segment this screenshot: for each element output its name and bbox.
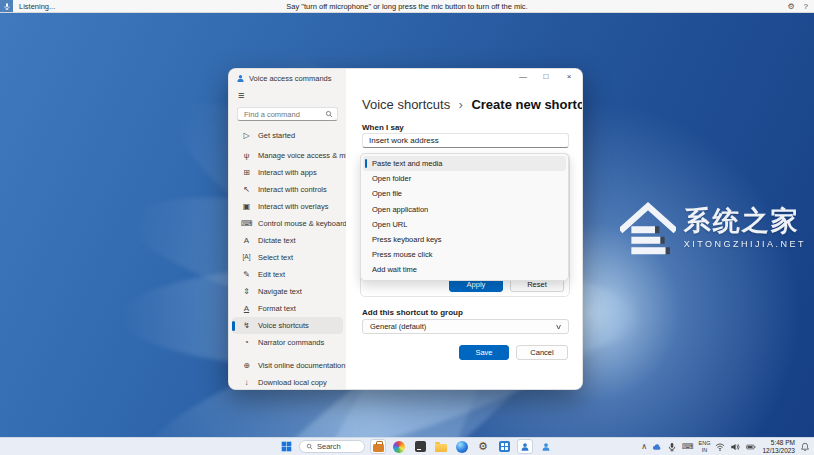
sidebar-item-interact-with-controls[interactable]: ↖ Interact with controls xyxy=(232,181,343,198)
sidebar-item-label: Visit online documentation xyxy=(258,361,345,370)
sidebar-item-label: Interact with overlays xyxy=(258,202,328,211)
window-titlebar: Voice access commands xyxy=(229,69,346,83)
sidebar-item-label: Control mouse & keyboard xyxy=(258,219,347,228)
sidebar-nav: ▷ Get started ψ Manage voice access & mi… xyxy=(229,127,346,390)
option-open-application[interactable]: Open application xyxy=(363,202,566,217)
taskbar-search[interactable]: Search xyxy=(299,440,365,453)
cursor-icon: ↖ xyxy=(241,186,252,194)
get-started-icon: ▷ xyxy=(241,132,252,140)
watermark-site: XITONGZHIJIA.NET xyxy=(684,239,806,249)
voice-access-listening-bar: Listening... Say "turn off microphone" o… xyxy=(0,0,814,13)
search-icon xyxy=(306,443,313,450)
hamburger-menu-icon[interactable]: ≡ xyxy=(238,90,346,101)
search-input[interactable] xyxy=(242,109,325,120)
language-top: ENG xyxy=(699,440,711,446)
sidebar-item-navigate-text[interactable]: ⇕ Navigate text xyxy=(232,283,343,300)
taskbar-app-photos[interactable] xyxy=(391,439,407,454)
watermark-title: 系统之家 xyxy=(684,207,806,237)
listening-hint: Say "turn off microphone" or long press … xyxy=(0,2,814,11)
sidebar-item-label: Interact with apps xyxy=(258,168,317,177)
taskbar-app-accessibility[interactable] xyxy=(538,439,554,454)
volume-icon[interactable] xyxy=(730,442,740,452)
taskbar: Search ⚙ ∧ ⌨ ENG IN xyxy=(0,437,814,455)
tray-chevron-up-icon[interactable]: ∧ xyxy=(641,443,647,451)
voice-settings-icon[interactable]: ⚙ xyxy=(787,2,794,11)
when-i-say-input[interactable] xyxy=(362,133,569,148)
wifi-icon[interactable] xyxy=(715,442,725,452)
taskbar-app-briefcase[interactable] xyxy=(370,439,386,454)
globe-icon: ⊕ xyxy=(241,362,252,370)
option-paste-text-and-media[interactable]: Paste text and media xyxy=(363,156,566,171)
sidebar-item-manage-voice-access[interactable]: ψ Manage voice access & mic xyxy=(232,147,343,164)
format-text-icon: A xyxy=(241,305,252,313)
option-press-keyboard-keys[interactable]: Press keyboard keys xyxy=(363,232,566,247)
photos-pinwheel-icon xyxy=(393,441,405,453)
xitongzhijia-logo-icon xyxy=(620,200,676,256)
apps-grid-icon: ⊞ xyxy=(241,169,252,177)
tray-mic-icon[interactable] xyxy=(667,442,677,452)
save-button[interactable]: Save xyxy=(459,345,509,360)
sidebar-item-format-text[interactable]: A Format text xyxy=(232,300,343,317)
voice-help-icon[interactable]: ? xyxy=(804,2,808,11)
voice-access-commands-window: Voice access commands ≡ ▷ Get started ψ … xyxy=(228,68,583,390)
option-press-mouse-click[interactable]: Press mouse click xyxy=(363,247,566,262)
taskbar-app-edge[interactable] xyxy=(454,439,470,454)
command-search-box[interactable] xyxy=(237,107,338,121)
sidebar-item-control-mouse-keyboard[interactable]: ⌨ Control mouse & keyboard xyxy=(232,215,343,232)
onedrive-cloud-icon[interactable] xyxy=(652,442,662,452)
sidebar-item-dictate-text[interactable]: A Dictate text xyxy=(232,232,343,249)
breadcrumb-voice-shortcuts[interactable]: Voice shortcuts xyxy=(362,97,450,112)
taskbar-app-settings[interactable]: ⚙ xyxy=(475,439,491,454)
sidebar-item-label: Manage voice access & mic xyxy=(258,151,351,160)
minimize-button[interactable]: — xyxy=(518,72,528,81)
sidebar-item-voice-shortcuts[interactable]: ↯ Voice shortcuts xyxy=(232,317,343,334)
page-title: Create new shortcut xyxy=(471,97,583,112)
option-open-folder[interactable]: Open folder xyxy=(363,171,566,186)
option-open-file[interactable]: Open file xyxy=(363,186,566,201)
touch-keyboard-icon[interactable]: ⌨ xyxy=(682,443,694,451)
language-indicator[interactable]: ENG IN xyxy=(699,440,711,452)
sidebar-item-label: Navigate text xyxy=(258,287,302,296)
windows-logo-icon xyxy=(281,441,292,452)
taskbar-app-terminal[interactable] xyxy=(412,439,428,454)
option-add-wait-time[interactable]: Add wait time xyxy=(363,262,566,277)
sidebar-item-label: Edit text xyxy=(258,270,285,279)
sidebar-item-edit-text[interactable]: ✎ Edit text xyxy=(232,266,343,283)
sidebar-item-label: Get started xyxy=(258,131,295,140)
taskbar-app-voice-access[interactable] xyxy=(517,439,533,454)
sidebar-item-online-documentation[interactable]: ⊕ Visit online documentation xyxy=(232,357,343,374)
sidebar-item-select-text[interactable]: [A] Select text xyxy=(232,249,343,266)
window-controls: — □ × xyxy=(518,72,574,81)
sidebar-item-interact-with-apps[interactable]: ⊞ Interact with apps xyxy=(232,164,343,181)
dark-app-icon xyxy=(415,441,426,452)
sidebar-item-narrator-commands[interactable]: ◔ Narrator commands xyxy=(232,334,343,351)
sidebar-item-download-local-copy[interactable]: ↓ Download local copy xyxy=(232,374,343,390)
close-button[interactable]: × xyxy=(564,72,574,81)
sidebar-item-get-started[interactable]: ▷ Get started xyxy=(232,127,343,144)
overlay-icon: ▣ xyxy=(241,203,252,211)
sidebar-item-label: Interact with controls xyxy=(258,185,327,194)
group-label: Add this shortcut to group xyxy=(362,308,463,317)
battery-icon[interactable] xyxy=(745,442,757,452)
taskbar-app-store[interactable] xyxy=(496,439,512,454)
group-select[interactable]: General (default) ∨ xyxy=(362,319,569,334)
maximize-button[interactable]: □ xyxy=(541,72,551,81)
main-pane: — □ × Voice shortcuts › Create new short… xyxy=(346,69,582,389)
shortcut-icon: ↯ xyxy=(241,322,252,330)
narrator-icon: ◔ xyxy=(241,339,252,347)
clock[interactable]: 5:48 PM 12/13/2023 xyxy=(762,439,795,455)
start-button[interactable] xyxy=(278,439,294,454)
sidebar-item-label: Dictate text xyxy=(258,236,296,245)
sidebar-item-interact-with-overlays[interactable]: ▣ Interact with overlays xyxy=(232,198,343,215)
sidebar-item-label: Format text xyxy=(258,304,296,313)
taskbar-app-file-explorer[interactable] xyxy=(433,439,449,454)
sidebar-item-label: Voice shortcuts xyxy=(258,321,309,330)
option-open-url[interactable]: Open URL xyxy=(363,217,566,232)
language-bottom: IN xyxy=(699,447,711,453)
sidebar: Voice access commands ≡ ▷ Get started ψ … xyxy=(229,69,346,389)
notification-bell-icon[interactable] xyxy=(800,442,810,452)
cancel-button[interactable]: Cancel xyxy=(516,345,568,360)
watermark: 系统之家 XITONGZHIJIA.NET xyxy=(620,200,806,256)
breadcrumb: Voice shortcuts › Create new shortcut xyxy=(362,97,583,112)
pencil-icon: ✎ xyxy=(241,271,252,279)
